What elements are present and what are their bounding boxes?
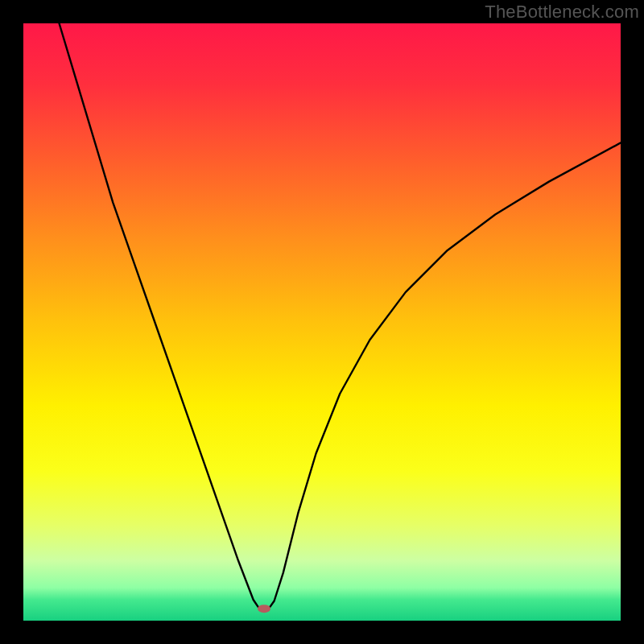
watermark-text: TheBottleneck.com (485, 2, 639, 23)
chart-frame: TheBottleneck.com (0, 0, 644, 644)
optimum-marker (258, 605, 270, 613)
chart-svg (23, 23, 621, 621)
plot-area (23, 23, 621, 621)
gradient-background (23, 23, 621, 621)
